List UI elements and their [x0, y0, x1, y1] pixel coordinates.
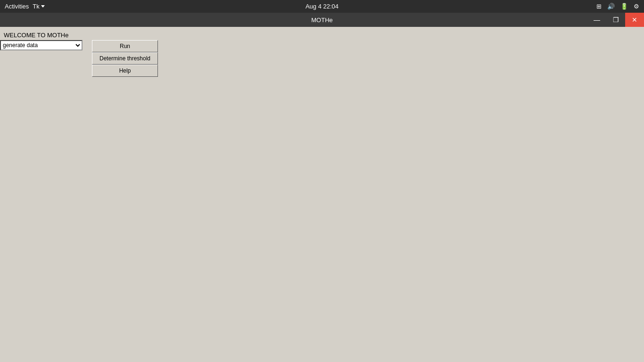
tk-chevron-icon	[41, 5, 45, 8]
close-button[interactable]: ✕	[625, 13, 644, 27]
window-controls: — ❐ ✕	[587, 13, 644, 27]
system-bar-left: Activities Tk	[5, 3, 45, 10]
tk-menu[interactable]: Tk	[33, 3, 44, 10]
network-icon: ⊞	[596, 3, 602, 10]
buttons-container: Run Determine threshold Help	[92, 40, 158, 77]
system-bar-datetime: Aug 4 22:04	[305, 3, 339, 10]
window-title: MOTHe	[311, 16, 333, 24]
welcome-label: WELCOME TO MOTHe	[4, 32, 68, 39]
app-content: WELCOME TO MOTHe generate data option2 o…	[0, 27, 644, 362]
help-button[interactable]: Help	[92, 65, 158, 77]
settings-icon: ⚙	[634, 3, 639, 10]
maximize-button[interactable]: ❐	[606, 13, 625, 27]
mode-select[interactable]: generate data option2 option3	[0, 40, 83, 50]
run-button[interactable]: Run	[92, 40, 158, 52]
determine-threshold-button[interactable]: Determine threshold	[92, 52, 158, 65]
system-bar-right: ⊞ 🔊 🔋 ⚙	[596, 3, 639, 10]
battery-icon: 🔋	[620, 3, 628, 10]
title-bar: MOTHe — ❐ ✕	[0, 13, 644, 27]
mode-select-wrapper[interactable]: generate data option2 option3	[0, 40, 83, 50]
system-bar: Activities Tk Aug 4 22:04 ⊞ 🔊 🔋 ⚙	[0, 0, 644, 13]
activities-label[interactable]: Activities	[5, 3, 29, 10]
dropdown-container: generate data option2 option3	[0, 40, 83, 50]
tk-label: Tk	[33, 3, 39, 10]
volume-icon: 🔊	[607, 3, 615, 10]
minimize-button[interactable]: —	[587, 13, 606, 27]
